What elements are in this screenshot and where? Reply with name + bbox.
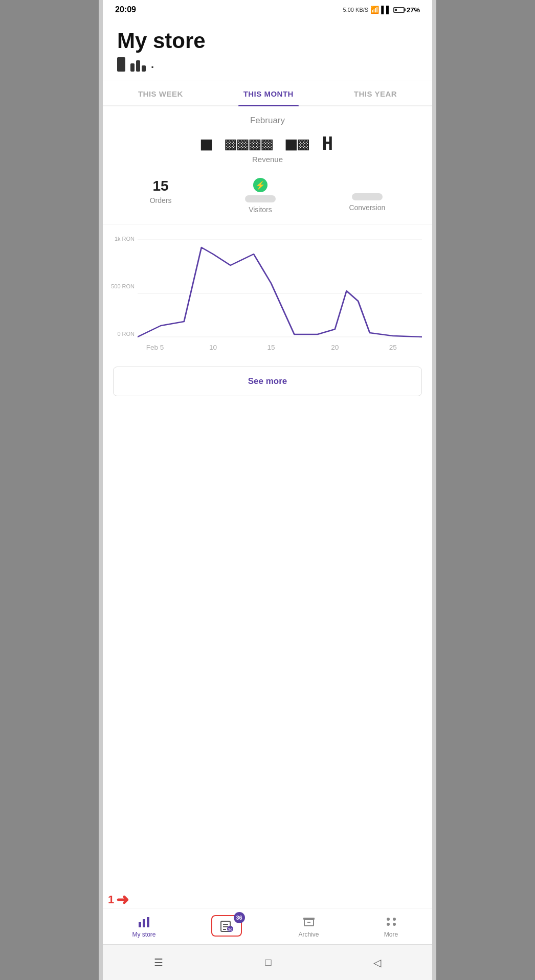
status-time: 20:09 — [115, 5, 136, 14]
tab-bar: THIS WEEK THIS MONTH THIS YEAR — [103, 80, 432, 106]
wifi-icon: 📶 — [370, 6, 379, 14]
more-icon — [384, 914, 399, 929]
conversion-stat: Conversion — [349, 178, 385, 214]
annotation: 1 ➜ — [108, 891, 129, 908]
y-label-0: 0 RON — [117, 331, 135, 337]
revenue-chart: Feb 5 10 15 20 25 — [138, 235, 422, 352]
nav-label-archive: Archive — [298, 931, 319, 938]
chart-area: 1k RON 500 RON 0 RON Feb 5 — [103, 224, 432, 359]
archive-icon — [301, 914, 317, 929]
orders-label: Orders — [150, 196, 172, 204]
tab-this-month[interactable]: THIS MONTH — [238, 80, 299, 105]
tab-this-week[interactable]: THIS WEEK — [133, 80, 188, 105]
annotation-number: 1 — [108, 893, 114, 906]
stats-row: 15 Orders ⚡ Visitors Conversion — [103, 173, 432, 224]
battery-percent: 27% — [407, 6, 420, 14]
svg-rect-10 — [147, 917, 149, 927]
bar-chart-icon — [137, 914, 152, 929]
nav-item-my-store[interactable]: My store — [129, 914, 160, 938]
orders-badge: 36 — [234, 912, 245, 923]
android-nav: ☰ □ ◁ — [103, 944, 432, 980]
nav-item-archive[interactable]: Archive — [294, 914, 324, 938]
visitors-stat: ⚡ Visitors — [245, 178, 276, 214]
svg-text:15: 15 — [267, 344, 275, 351]
svg-text:Feb 5: Feb 5 — [146, 344, 164, 351]
battery-icon — [393, 7, 405, 13]
header-icon-chart — [130, 57, 146, 72]
svg-point-20 — [387, 918, 390, 921]
android-back-btn[interactable]: ◁ — [373, 956, 381, 969]
svg-text:36: 36 — [228, 927, 232, 932]
bottom-nav: My store 36 36 — [103, 908, 432, 944]
month-label: February — [103, 106, 432, 129]
revenue-value: ■ ▩▩▩▩ ■▩ H — [103, 129, 432, 155]
tab-this-year[interactable]: THIS YEAR — [349, 80, 402, 105]
signal-bars: ▌▌ — [381, 6, 391, 14]
visitors-loading — [245, 195, 276, 202]
svg-rect-9 — [143, 919, 145, 927]
speed-indicator: 5.00 KB/S — [343, 7, 369, 13]
svg-text:10: 10 — [209, 344, 217, 351]
nav-item-more[interactable]: More — [376, 914, 407, 938]
orders-icon: 36 — [219, 918, 234, 933]
conversion-label: Conversion — [349, 203, 385, 212]
header-icons: . — [117, 57, 418, 72]
phone-frame: 20:09 5.00 KB/S 📶 ▌▌ 27% My store . THIS… — [99, 0, 436, 980]
orders-value: 15 — [153, 178, 169, 194]
android-home-btn[interactable]: □ — [265, 956, 271, 968]
visitors-icon: ⚡ — [253, 178, 268, 192]
nav-label-my-store: My store — [132, 931, 155, 938]
visitors-label: Visitors — [249, 206, 272, 214]
chart-svg: Feb 5 10 15 20 25 — [138, 235, 422, 354]
y-label-500: 500 RON — [111, 283, 135, 289]
orders-stat: 15 Orders — [150, 178, 172, 214]
nav-label-more: More — [384, 931, 398, 938]
annotation-arrow: ➜ — [116, 891, 129, 908]
main-content: February ■ ▩▩▩▩ ■▩ H Revenue 15 Orders ⚡… — [103, 106, 432, 396]
svg-text:20: 20 — [331, 344, 339, 351]
svg-point-23 — [393, 923, 396, 926]
header-icon-1 — [117, 57, 125, 72]
android-menu-btn[interactable]: ☰ — [154, 956, 163, 969]
y-label-1k: 1k RON — [115, 236, 135, 242]
svg-point-21 — [393, 918, 396, 921]
conversion-loading — [352, 193, 383, 200]
revenue-label: Revenue — [103, 155, 432, 173]
svg-point-22 — [387, 923, 390, 926]
svg-rect-8 — [139, 922, 141, 927]
status-bar: 20:09 5.00 KB/S 📶 ▌▌ 27% — [103, 0, 432, 18]
header: My store . — [103, 18, 432, 80]
see-more-button[interactable]: See more — [113, 367, 422, 396]
status-icons: 5.00 KB/S 📶 ▌▌ 27% — [343, 6, 420, 14]
header-dot: . — [151, 58, 154, 71]
page-title: My store — [117, 29, 418, 53]
svg-text:25: 25 — [389, 344, 397, 351]
nav-item-orders[interactable]: 36 36 — [211, 915, 242, 937]
